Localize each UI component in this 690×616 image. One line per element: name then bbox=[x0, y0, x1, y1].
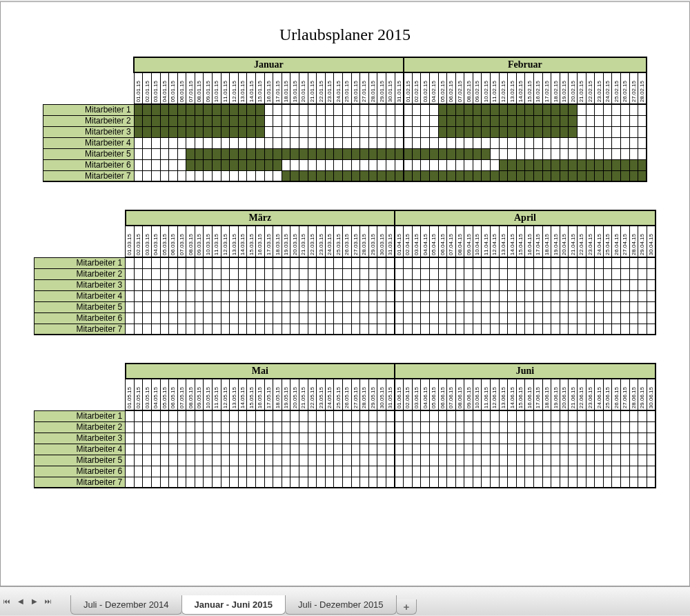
day-cell[interactable] bbox=[595, 290, 604, 301]
day-cell[interactable] bbox=[429, 421, 438, 433]
day-cell[interactable] bbox=[464, 433, 473, 444]
day-cell[interactable] bbox=[525, 126, 534, 137]
day-cell[interactable] bbox=[551, 257, 560, 268]
day-cell[interactable] bbox=[620, 170, 629, 181]
day-cell[interactable] bbox=[482, 257, 491, 268]
day-cell[interactable] bbox=[317, 290, 326, 301]
day-cell[interactable] bbox=[360, 410, 369, 421]
day-cell[interactable] bbox=[325, 312, 334, 324]
day-cell[interactable] bbox=[308, 455, 317, 466]
day-cell[interactable] bbox=[247, 268, 256, 279]
day-cell[interactable] bbox=[534, 115, 543, 126]
day-cell[interactable] bbox=[273, 126, 282, 137]
day-cell[interactable] bbox=[534, 268, 543, 279]
day-cell[interactable] bbox=[551, 455, 560, 466]
day-cell[interactable] bbox=[308, 279, 317, 290]
day-cell[interactable] bbox=[282, 126, 290, 137]
day-cell[interactable] bbox=[299, 104, 308, 115]
day-cell[interactable] bbox=[151, 421, 160, 433]
day-cell[interactable] bbox=[317, 257, 326, 268]
day-cell[interactable] bbox=[647, 466, 656, 477]
day-cell[interactable] bbox=[438, 104, 447, 115]
day-cell[interactable] bbox=[213, 301, 221, 312]
day-cell[interactable] bbox=[542, 455, 551, 466]
day-cell[interactable] bbox=[638, 477, 647, 488]
day-cell[interactable] bbox=[447, 410, 456, 421]
day-cell[interactable] bbox=[151, 104, 160, 115]
day-cell[interactable] bbox=[368, 466, 377, 477]
day-cell[interactable] bbox=[195, 126, 204, 137]
day-cell[interactable] bbox=[560, 444, 569, 455]
day-cell[interactable] bbox=[160, 257, 169, 268]
day-cell[interactable] bbox=[386, 170, 395, 181]
day-cell[interactable] bbox=[264, 444, 273, 455]
day-cell[interactable] bbox=[534, 410, 543, 421]
day-cell[interactable] bbox=[195, 290, 204, 301]
day-cell[interactable] bbox=[578, 126, 586, 137]
day-cell[interactable] bbox=[499, 312, 508, 324]
day-cell[interactable] bbox=[464, 257, 473, 268]
day-cell[interactable] bbox=[256, 290, 265, 301]
day-cell[interactable] bbox=[569, 444, 578, 455]
day-cell[interactable] bbox=[603, 455, 612, 466]
day-cell[interactable] bbox=[282, 290, 290, 301]
day-cell[interactable] bbox=[603, 421, 612, 433]
day-cell[interactable] bbox=[134, 324, 143, 335]
day-cell[interactable] bbox=[264, 312, 273, 324]
day-cell[interactable] bbox=[368, 137, 377, 148]
day-cell[interactable] bbox=[612, 104, 621, 115]
day-cell[interactable] bbox=[230, 257, 239, 268]
day-cell[interactable] bbox=[586, 466, 595, 477]
day-cell[interactable] bbox=[160, 279, 169, 290]
day-cell[interactable] bbox=[134, 257, 143, 268]
day-cell[interactable] bbox=[612, 466, 621, 477]
day-cell[interactable] bbox=[368, 444, 377, 455]
day-cell[interactable] bbox=[204, 170, 213, 181]
day-cell[interactable] bbox=[299, 279, 308, 290]
day-cell[interactable] bbox=[612, 170, 621, 181]
day-cell[interactable] bbox=[560, 268, 569, 279]
day-cell[interactable] bbox=[230, 104, 239, 115]
day-cell[interactable] bbox=[386, 279, 395, 290]
day-cell[interactable] bbox=[516, 421, 525, 433]
day-cell[interactable] bbox=[612, 126, 621, 137]
day-cell[interactable] bbox=[238, 170, 247, 181]
day-cell[interactable] bbox=[516, 444, 525, 455]
day-cell[interactable] bbox=[551, 126, 560, 137]
day-cell[interactable] bbox=[429, 115, 438, 126]
day-cell[interactable] bbox=[238, 301, 247, 312]
day-cell[interactable] bbox=[447, 104, 456, 115]
day-cell[interactable] bbox=[629, 312, 638, 324]
day-cell[interactable] bbox=[308, 421, 317, 433]
day-cell[interactable] bbox=[595, 137, 604, 148]
day-cell[interactable] bbox=[525, 312, 534, 324]
day-cell[interactable] bbox=[247, 126, 256, 137]
day-cell[interactable] bbox=[595, 324, 604, 335]
day-cell[interactable] bbox=[542, 312, 551, 324]
day-cell[interactable] bbox=[160, 421, 169, 433]
day-cell[interactable] bbox=[169, 410, 178, 421]
day-cell[interactable] bbox=[360, 137, 369, 148]
day-cell[interactable] bbox=[342, 257, 351, 268]
day-cell[interactable] bbox=[569, 257, 578, 268]
day-cell[interactable] bbox=[334, 268, 343, 279]
day-cell[interactable] bbox=[334, 466, 343, 477]
day-cell[interactable] bbox=[395, 421, 404, 433]
day-cell[interactable] bbox=[177, 301, 186, 312]
day-cell[interactable] bbox=[360, 312, 369, 324]
day-cell[interactable] bbox=[612, 410, 621, 421]
day-cell[interactable] bbox=[134, 312, 143, 324]
day-cell[interactable] bbox=[525, 115, 534, 126]
day-cell[interactable] bbox=[238, 410, 247, 421]
day-cell[interactable] bbox=[612, 290, 621, 301]
day-cell[interactable] bbox=[447, 115, 456, 126]
day-cell[interactable] bbox=[264, 455, 273, 466]
day-cell[interactable] bbox=[368, 433, 377, 444]
day-cell[interactable] bbox=[177, 257, 186, 268]
day-cell[interactable] bbox=[143, 421, 152, 433]
day-cell[interactable] bbox=[282, 159, 290, 170]
day-cell[interactable] bbox=[629, 170, 638, 181]
day-cell[interactable] bbox=[429, 126, 438, 137]
day-cell[interactable] bbox=[256, 279, 265, 290]
day-cell[interactable] bbox=[325, 455, 334, 466]
